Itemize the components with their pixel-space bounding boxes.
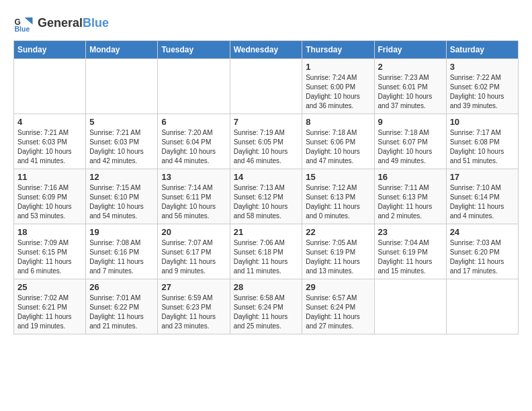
day-number: 26: [89, 282, 154, 292]
day-info: Sunrise: 7:16 AM Sunset: 6:09 PM Dayligh…: [17, 183, 82, 221]
day-info: Sunrise: 7:15 AM Sunset: 6:10 PM Dayligh…: [89, 183, 154, 221]
day-info: Sunrise: 7:24 AM Sunset: 6:00 PM Dayligh…: [306, 73, 370, 111]
day-number: 17: [450, 172, 515, 182]
logo: G Blue GeneralBlue: [13, 13, 109, 34]
day-number: 19: [89, 227, 154, 237]
calendar-cell: 2Sunrise: 7:23 AM Sunset: 6:01 PM Daylig…: [374, 59, 446, 114]
calendar-cell: [446, 279, 518, 334]
calendar-cell: 24Sunrise: 7:03 AM Sunset: 6:20 PM Dayli…: [446, 224, 518, 279]
day-info: Sunrise: 7:03 AM Sunset: 6:20 PM Dayligh…: [450, 238, 515, 276]
day-info: Sunrise: 7:19 AM Sunset: 6:05 PM Dayligh…: [234, 128, 299, 166]
day-number: 3: [450, 62, 515, 72]
day-number: 2: [378, 62, 443, 72]
calendar-cell: 28Sunrise: 6:58 AM Sunset: 6:24 PM Dayli…: [230, 279, 302, 334]
day-number: 4: [17, 117, 82, 127]
day-number: 9: [378, 117, 443, 127]
day-info: Sunrise: 7:09 AM Sunset: 6:15 PM Dayligh…: [17, 238, 82, 276]
day-number: 21: [234, 227, 299, 237]
calendar-cell: 12Sunrise: 7:15 AM Sunset: 6:10 PM Dayli…: [86, 169, 158, 224]
calendar-cell: [158, 59, 230, 114]
calendar-cell: 22Sunrise: 7:05 AM Sunset: 6:19 PM Dayli…: [302, 224, 374, 279]
header-sunday: Sunday: [14, 41, 86, 59]
day-number: 6: [161, 117, 226, 127]
calendar-cell: 5Sunrise: 7:21 AM Sunset: 6:03 PM Daylig…: [86, 114, 158, 169]
day-number: 25: [17, 282, 82, 292]
day-info: Sunrise: 7:21 AM Sunset: 6:03 PM Dayligh…: [89, 128, 154, 166]
logo-name: GeneralBlue: [38, 17, 109, 30]
day-info: Sunrise: 7:04 AM Sunset: 6:19 PM Dayligh…: [378, 238, 443, 276]
calendar-cell: 23Sunrise: 7:04 AM Sunset: 6:19 PM Dayli…: [374, 224, 446, 279]
day-info: Sunrise: 7:10 AM Sunset: 6:14 PM Dayligh…: [450, 183, 515, 221]
day-number: 10: [450, 117, 515, 127]
calendar-cell: 19Sunrise: 7:08 AM Sunset: 6:16 PM Dayli…: [86, 224, 158, 279]
day-info: Sunrise: 7:23 AM Sunset: 6:01 PM Dayligh…: [378, 73, 443, 111]
day-info: Sunrise: 7:11 AM Sunset: 6:13 PM Dayligh…: [378, 183, 443, 221]
day-number: 11: [17, 172, 82, 182]
day-number: 23: [378, 227, 443, 237]
header-wednesday: Wednesday: [230, 41, 302, 59]
calendar-cell: [14, 59, 86, 114]
calendar-cell: 25Sunrise: 7:02 AM Sunset: 6:21 PM Dayli…: [14, 279, 86, 334]
header-friday: Friday: [374, 41, 446, 59]
day-info: Sunrise: 6:57 AM Sunset: 6:24 PM Dayligh…: [306, 293, 370, 331]
calendar-cell: 8Sunrise: 7:18 AM Sunset: 6:06 PM Daylig…: [302, 114, 374, 169]
day-number: 1: [306, 62, 370, 72]
calendar-header-row: SundayMondayTuesdayWednesdayThursdayFrid…: [14, 41, 519, 59]
header-monday: Monday: [86, 41, 158, 59]
calendar-cell: 9Sunrise: 7:18 AM Sunset: 6:07 PM Daylig…: [374, 114, 446, 169]
day-number: 22: [306, 227, 370, 237]
day-number: 29: [306, 282, 370, 292]
day-number: 5: [89, 117, 154, 127]
svg-marker-1: [25, 17, 33, 25]
day-info: Sunrise: 7:01 AM Sunset: 6:22 PM Dayligh…: [89, 293, 154, 331]
calendar-cell: 18Sunrise: 7:09 AM Sunset: 6:15 PM Dayli…: [14, 224, 86, 279]
day-number: 20: [161, 227, 226, 237]
day-info: Sunrise: 7:07 AM Sunset: 6:17 PM Dayligh…: [161, 238, 226, 276]
calendar-week-row: 25Sunrise: 7:02 AM Sunset: 6:21 PM Dayli…: [14, 279, 519, 334]
calendar-cell: 6Sunrise: 7:20 AM Sunset: 6:04 PM Daylig…: [158, 114, 230, 169]
calendar-cell: 16Sunrise: 7:11 AM Sunset: 6:13 PM Dayli…: [374, 169, 446, 224]
day-number: 8: [306, 117, 370, 127]
calendar-cell: 3Sunrise: 7:22 AM Sunset: 6:02 PM Daylig…: [446, 59, 518, 114]
calendar-cell: 7Sunrise: 7:19 AM Sunset: 6:05 PM Daylig…: [230, 114, 302, 169]
day-number: 18: [17, 227, 82, 237]
day-info: Sunrise: 7:20 AM Sunset: 6:04 PM Dayligh…: [161, 128, 226, 166]
calendar-cell: 15Sunrise: 7:12 AM Sunset: 6:13 PM Dayli…: [302, 169, 374, 224]
day-info: Sunrise: 7:21 AM Sunset: 6:03 PM Dayligh…: [17, 128, 82, 166]
day-info: Sunrise: 7:08 AM Sunset: 6:16 PM Dayligh…: [89, 238, 154, 276]
day-number: 15: [306, 172, 370, 182]
calendar-cell: [86, 59, 158, 114]
day-number: 28: [234, 282, 299, 292]
day-number: 27: [161, 282, 226, 292]
day-number: 24: [450, 227, 515, 237]
page-header: G Blue GeneralBlue: [13, 13, 519, 34]
day-info: Sunrise: 7:17 AM Sunset: 6:08 PM Dayligh…: [450, 128, 515, 166]
header-tuesday: Tuesday: [158, 41, 230, 59]
day-info: Sunrise: 6:58 AM Sunset: 6:24 PM Dayligh…: [234, 293, 299, 331]
calendar-cell: 29Sunrise: 6:57 AM Sunset: 6:24 PM Dayli…: [302, 279, 374, 334]
day-number: 16: [378, 172, 443, 182]
calendar-cell: 4Sunrise: 7:21 AM Sunset: 6:03 PM Daylig…: [14, 114, 86, 169]
calendar-cell: [230, 59, 302, 114]
header-thursday: Thursday: [302, 41, 374, 59]
day-number: 12: [89, 172, 154, 182]
calendar-cell: 21Sunrise: 7:06 AM Sunset: 6:18 PM Dayli…: [230, 224, 302, 279]
calendar-cell: 17Sunrise: 7:10 AM Sunset: 6:14 PM Dayli…: [446, 169, 518, 224]
day-info: Sunrise: 7:02 AM Sunset: 6:21 PM Dayligh…: [17, 293, 82, 331]
day-info: Sunrise: 7:22 AM Sunset: 6:02 PM Dayligh…: [450, 73, 515, 111]
day-number: 14: [234, 172, 299, 182]
calendar-cell: 27Sunrise: 6:59 AM Sunset: 6:23 PM Dayli…: [158, 279, 230, 334]
day-info: Sunrise: 7:05 AM Sunset: 6:19 PM Dayligh…: [306, 238, 370, 276]
calendar-week-row: 18Sunrise: 7:09 AM Sunset: 6:15 PM Dayli…: [14, 224, 519, 279]
calendar-cell: 26Sunrise: 7:01 AM Sunset: 6:22 PM Dayli…: [86, 279, 158, 334]
day-number: 13: [161, 172, 226, 182]
calendar-week-row: 4Sunrise: 7:21 AM Sunset: 6:03 PM Daylig…: [14, 114, 519, 169]
calendar-week-row: 11Sunrise: 7:16 AM Sunset: 6:09 PM Dayli…: [14, 169, 519, 224]
calendar-cell: 13Sunrise: 7:14 AM Sunset: 6:11 PM Dayli…: [158, 169, 230, 224]
calendar-cell: 14Sunrise: 7:13 AM Sunset: 6:12 PM Dayli…: [230, 169, 302, 224]
logo-icon: G Blue: [13, 13, 34, 34]
calendar-cell: 1Sunrise: 7:24 AM Sunset: 6:00 PM Daylig…: [302, 59, 374, 114]
day-info: Sunrise: 7:13 AM Sunset: 6:12 PM Dayligh…: [234, 183, 299, 221]
day-info: Sunrise: 7:14 AM Sunset: 6:11 PM Dayligh…: [161, 183, 226, 221]
calendar-week-row: 1Sunrise: 7:24 AM Sunset: 6:00 PM Daylig…: [14, 59, 519, 114]
